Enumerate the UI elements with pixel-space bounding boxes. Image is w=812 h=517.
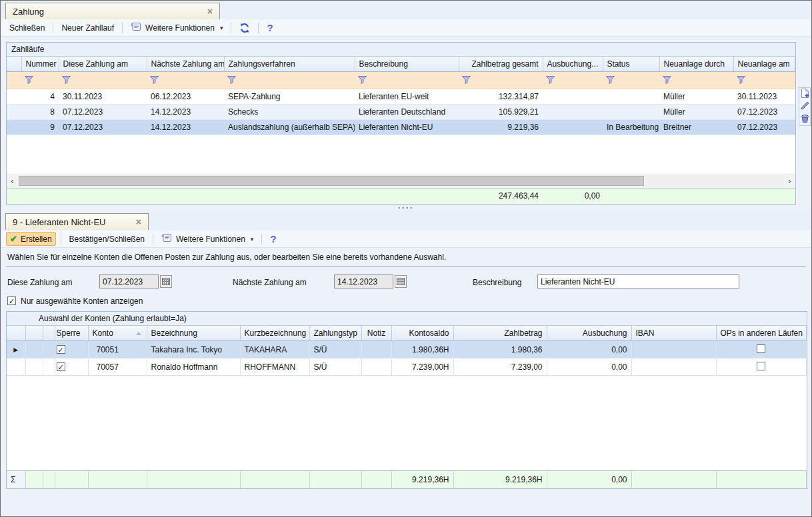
filter-ausbuchung[interactable] (543, 72, 603, 89)
cell-verfahren: Schecks (224, 105, 355, 120)
column-header-ops[interactable]: OPs in anderen Läufen (716, 326, 807, 341)
column-header-zahlbetrag-gesamt[interactable]: Zahlbetrag gesamt (459, 57, 543, 72)
ops-checkbox[interactable] (757, 344, 765, 353)
cell-zahlbetrag: 105.929,21 (459, 105, 543, 120)
erstellen-button[interactable]: ✔ Erstellen (6, 232, 56, 246)
filter-funnel-icon (606, 76, 615, 84)
table-row[interactable]: 8 07.12.2023 14.12.2023 Schecks Lieferan… (7, 105, 795, 120)
column-header-beschreibung[interactable]: Beschreibung (355, 57, 459, 72)
cell-am: 30.11.2023 (733, 89, 795, 105)
column-header-neuanlage-durch[interactable]: Neuanlage durch (659, 57, 733, 72)
scroll-left-icon[interactable]: ‹ (7, 175, 18, 187)
cell-status (603, 105, 659, 120)
cell-diese: 07.12.2023 (59, 105, 147, 120)
sort-asc-icon (136, 332, 141, 335)
filter-funnel-icon (62, 76, 71, 84)
cell-zahlungstyp: S/Ü (309, 341, 361, 358)
filter-nummer[interactable] (21, 72, 59, 89)
column-header-nummer[interactable]: Nummer (21, 57, 59, 72)
refresh-button[interactable] (236, 21, 253, 35)
column-header-ausbuchung[interactable]: Ausbuchung (547, 326, 631, 341)
new-page-icon (801, 89, 809, 98)
column-header-iban[interactable]: IBAN (631, 326, 716, 341)
filter-funnel-icon (358, 76, 367, 84)
splitter-handle[interactable]: ···· (1, 203, 811, 213)
summary-ausbuchung: 0,00 (543, 191, 600, 201)
delete-row-button[interactable] (801, 114, 809, 125)
beschreibung-field[interactable] (537, 274, 739, 288)
column-header-zahlungsverfahren[interactable]: Zahlungsverfahren (224, 57, 355, 72)
summary-zahlbetrag-gesamt: 247.463,44 (459, 191, 539, 201)
grid-empty-area (7, 135, 795, 175)
column-header-ausbuchung[interactable]: Ausbuchung... (543, 57, 603, 72)
scrollbar-thumb[interactable] (19, 176, 644, 186)
bestaetigen-schliessen-button[interactable]: Bestätigen/Schließen (66, 233, 148, 245)
scroll-right-icon[interactable]: › (784, 175, 795, 187)
column-header-kontosaldo[interactable]: Kontosaldo (391, 326, 453, 341)
table-row[interactable]: ✓ 70057 Ronaldo Hoffmann RHOFFMANN S/Ü 7… (7, 358, 807, 376)
column-header-zahlungstyp[interactable]: Zahlungstyp (309, 326, 361, 341)
toolbar-separator (261, 234, 262, 245)
table-row-selected[interactable]: ▶ ✓ 70051 Takahara Inc. Tokyo TAKAHARA S… (7, 341, 807, 358)
lower-toolbar: ✔ Erstellen Bestätigen/Schließen Weitere… (1, 231, 811, 248)
new-row-button[interactable] (801, 89, 809, 100)
tab-close-icon[interactable]: × (198, 6, 213, 17)
filter-beschreibung[interactable] (355, 72, 459, 89)
tab-zahllauf-9[interactable]: 9 - Lieferanten Nicht-EU × (5, 213, 149, 230)
cell-notiz (361, 358, 391, 376)
calendar-button[interactable] (395, 275, 407, 288)
filter-neuanlage-am[interactable] (733, 72, 795, 89)
column-header-zahlbetrag[interactable]: Zahlbetrag (453, 326, 547, 341)
filter-funnel-icon (663, 76, 671, 84)
cell-verfahren: SEPA-Zahlung (224, 89, 355, 105)
nur-ausgewaehlte-label: Nur ausgewählte Konten anzeigen (21, 296, 143, 306)
row-marker-column-header (7, 326, 25, 341)
cell-zahlbetrag: 132.314,87 (459, 89, 543, 105)
sperre-checkbox[interactable]: ✓ (57, 345, 65, 354)
konten-caption: Auswahl der Konten (Zahlung erlaubt=Ja) (7, 312, 807, 326)
column-header-notiz[interactable]: Notiz (361, 326, 391, 341)
horizontal-scrollbar[interactable]: ‹ › (7, 175, 795, 187)
filter-funnel-icon (227, 76, 236, 84)
filter-diese-zahlung-am[interactable] (59, 72, 147, 89)
column-header-kurzbezeichnung[interactable]: Kurzbezeichnung (240, 326, 309, 341)
column-header-diese-zahlung-am[interactable]: Diese Zahlung am (59, 57, 147, 72)
tab-zahlung[interactable]: Zahlung × (5, 3, 220, 19)
calendar-button[interactable] (160, 275, 172, 288)
neuer-zahllauf-button[interactable]: Neuer Zahllauf (58, 22, 117, 34)
table-row-selected[interactable]: 9 07.12.2023 14.12.2023 Auslandszahlung … (7, 120, 795, 135)
cell-naechste: 06.12.2023 (147, 89, 224, 105)
diese-zahlung-am-label: Diese Zahlung am (7, 278, 72, 287)
help-icon[interactable]: ? (267, 232, 279, 246)
sperre-checkbox[interactable]: ✓ (57, 362, 65, 371)
schliessen-button[interactable]: Schließen (6, 22, 48, 34)
table-row[interactable]: 4 30.11.2023 06.12.2023 SEPA-Zahlung Lie… (7, 89, 795, 105)
help-icon[interactable]: ? (263, 21, 276, 35)
edit-row-button[interactable] (801, 101, 809, 112)
column-header-sperre[interactable]: Sperre (55, 326, 88, 341)
column-header-konto[interactable]: Konto (88, 326, 147, 341)
cell-verfahren: Auslandszahlung (außerhalb SEPA) (224, 120, 355, 135)
column-header-bezeichnung[interactable]: Bezeichnung (147, 326, 240, 341)
column-header-naechste-zahlung-am[interactable]: Nächste Zahlung am (147, 57, 224, 72)
filter-neuanlage-durch[interactable] (659, 72, 733, 89)
column-header-neuanlage-am[interactable]: Neuanlage am (733, 57, 795, 72)
scroll-icon (161, 233, 173, 245)
filter-zahlbetrag-gesamt[interactable] (459, 72, 543, 89)
weitere-funktionen-button[interactable]: Weitere Funktionen ▾ (158, 232, 257, 246)
column-header-status[interactable]: Status (603, 57, 659, 72)
filter-status[interactable] (603, 72, 659, 89)
diese-zahlung-am-field[interactable] (99, 274, 159, 288)
cell-bezeichnung: Takahara Inc. Tokyo (147, 341, 240, 358)
naechste-zahlung-am-field[interactable] (334, 274, 393, 288)
nur-ausgewaehlte-checkbox[interactable]: ✓ (7, 296, 16, 305)
toolbar-separator (258, 23, 259, 33)
ops-checkbox[interactable] (757, 362, 765, 370)
cell-diese: 30.11.2023 (59, 89, 147, 105)
tab-close-icon[interactable]: × (127, 217, 141, 227)
check-icon: ✓ (57, 364, 63, 370)
filter-zahlungsverfahren[interactable] (224, 72, 355, 89)
filter-naechste-zahlung-am[interactable] (147, 72, 224, 89)
trash-icon (801, 114, 809, 123)
weitere-funktionen-button[interactable]: Weitere Funktionen ▾ (127, 21, 226, 35)
